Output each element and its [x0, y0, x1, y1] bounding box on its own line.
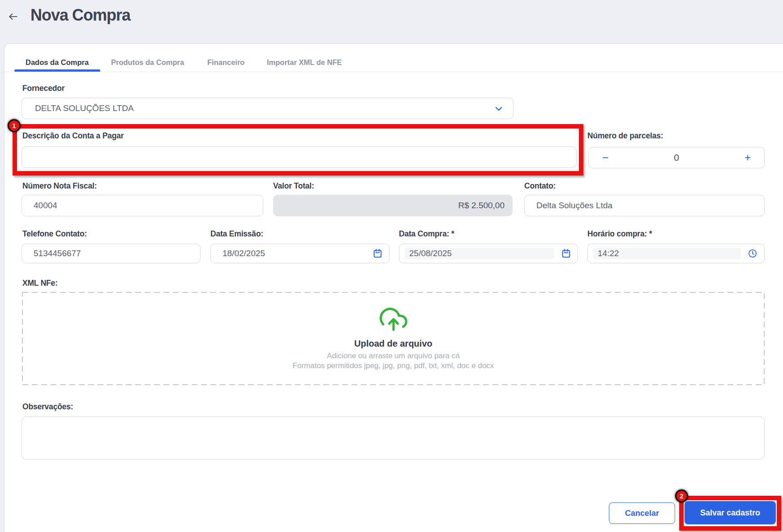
- annotation-badge-1: 1: [8, 119, 21, 132]
- observacoes-label: Observações:: [22, 402, 73, 411]
- data-compra-input[interactable]: 25/08/2025: [399, 244, 578, 263]
- upload-dropzone[interactable]: Upload de arquivo Adicione ou arraste um…: [22, 292, 765, 385]
- telefone-label: Telefone Contato:: [22, 229, 87, 238]
- nota-fiscal-input[interactable]: 40004: [21, 195, 263, 216]
- calendar-icon[interactable]: [554, 244, 578, 263]
- telefone-input[interactable]: 5134456677: [21, 244, 201, 263]
- nota-fiscal-label: Número Nota Fiscal:: [22, 181, 97, 190]
- xml-nfe-label: XML NFe:: [22, 279, 58, 287]
- fornecedor-select[interactable]: DELTA SOLUÇÕES LTDA: [21, 98, 513, 119]
- upload-title: Upload de arquivo: [22, 339, 765, 349]
- tab-financeiro[interactable]: Financeiro: [207, 58, 244, 67]
- nova-compra-page: Nova Compra Dados da Compra Produtos da …: [0, 0, 783, 532]
- clock-icon[interactable]: [741, 244, 764, 263]
- fornecedor-label: Fornecedor: [22, 84, 64, 93]
- calendar-icon[interactable]: [366, 244, 389, 263]
- decrement-button[interactable]: −: [602, 151, 608, 164]
- upload-cloud-icon: [22, 305, 765, 335]
- chevron-down-icon: [495, 103, 502, 113]
- data-emissao-input[interactable]: 18/02/2025: [210, 244, 389, 263]
- tabs-divider: [4, 72, 783, 72]
- cancel-button[interactable]: Cancelar: [609, 502, 675, 524]
- annotation-badge-2: 2: [675, 489, 688, 502]
- back-button[interactable]: [7, 11, 20, 23]
- page-title: Nova Compra: [30, 6, 130, 25]
- parcelas-label: Número de parcelas:: [587, 131, 663, 140]
- contato-input[interactable]: Delta Soluções Ltda: [524, 195, 765, 216]
- parcelas-stepper: − 0 +: [588, 147, 765, 168]
- data-emissao-label: Data Emissão:: [210, 229, 263, 238]
- tab-produtos-da-compra[interactable]: Produtos da Compra: [111, 58, 184, 67]
- upload-hint: Adicione ou arraste um arquivo para cá: [22, 352, 765, 360]
- horario-compra-input[interactable]: 14:22: [587, 244, 765, 263]
- contato-label: Contato:: [524, 181, 556, 190]
- tab-dados-da-compra[interactable]: Dados da Compra: [26, 58, 89, 67]
- horario-compra-label: Horário compra: *: [587, 229, 652, 238]
- tab-importar-xml[interactable]: Importar XML de NFE: [267, 58, 342, 67]
- save-button[interactable]: Salvar cadastro: [685, 501, 776, 524]
- observacoes-textarea[interactable]: [21, 416, 765, 459]
- increment-button[interactable]: +: [744, 151, 751, 164]
- valor-total-label: Valor Total:: [273, 181, 314, 190]
- data-compra-label: Data Compra: *: [399, 229, 454, 238]
- parcelas-value[interactable]: 0: [674, 152, 679, 163]
- descricao-input[interactable]: [21, 146, 577, 168]
- arrow-left-icon: [7, 11, 19, 22]
- valor-total-input: R$ 2.500,00: [273, 195, 513, 216]
- descricao-label: Descrição da Conta a Pagar: [22, 131, 124, 140]
- upload-formats: Formatos permitidos jpeg, jpg, png, pdf,…: [22, 361, 765, 370]
